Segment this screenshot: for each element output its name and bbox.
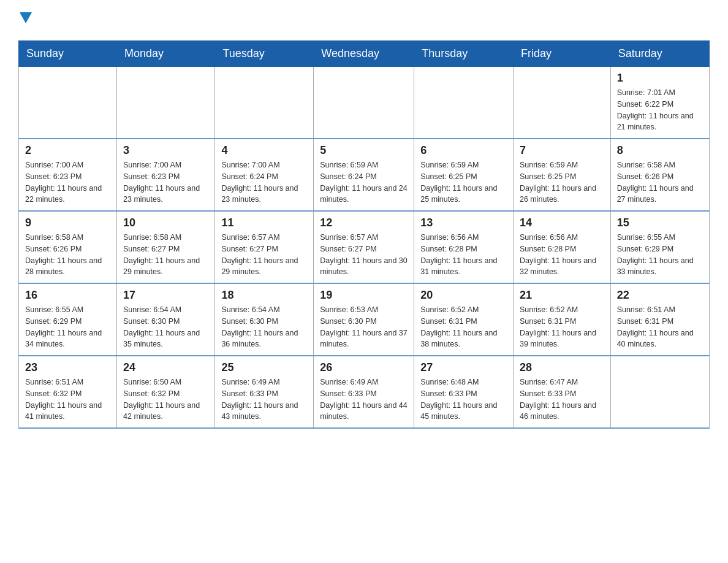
calendar-week-row: 2Sunrise: 7:00 AMSunset: 6:23 PMDaylight…	[19, 139, 710, 211]
calendar-day-cell: 6Sunrise: 6:59 AMSunset: 6:25 PMDaylight…	[414, 139, 514, 211]
day-info: Sunrise: 6:47 AMSunset: 6:33 PMDaylight:…	[520, 377, 604, 423]
logo	[18, 12, 32, 28]
day-number: 21	[520, 289, 604, 302]
calendar-day-cell: 16Sunrise: 6:55 AMSunset: 6:29 PMDayligh…	[19, 283, 117, 356]
day-number: 4	[221, 144, 307, 157]
day-number: 19	[320, 289, 408, 302]
calendar-week-row: 9Sunrise: 6:58 AMSunset: 6:26 PMDaylight…	[19, 211, 710, 283]
day-number: 26	[320, 361, 408, 374]
day-number: 8	[617, 144, 703, 157]
calendar-day-cell: 4Sunrise: 7:00 AMSunset: 6:24 PMDaylight…	[215, 139, 314, 211]
calendar-day-cell: 22Sunrise: 6:51 AMSunset: 6:31 PMDayligh…	[610, 283, 709, 356]
calendar-day-cell	[414, 67, 514, 139]
calendar-day-cell: 9Sunrise: 6:58 AMSunset: 6:26 PMDaylight…	[19, 211, 117, 283]
day-number: 3	[123, 144, 208, 157]
calendar-day-cell: 25Sunrise: 6:49 AMSunset: 6:33 PMDayligh…	[215, 356, 314, 428]
day-info: Sunrise: 7:00 AMSunset: 6:24 PMDaylight:…	[221, 159, 307, 205]
day-info: Sunrise: 6:49 AMSunset: 6:33 PMDaylight:…	[320, 377, 408, 423]
calendar-day-cell: 1Sunrise: 7:01 AMSunset: 6:22 PMDaylight…	[610, 67, 709, 139]
day-info: Sunrise: 6:54 AMSunset: 6:30 PMDaylight:…	[123, 304, 208, 350]
calendar-week-row: 23Sunrise: 6:51 AMSunset: 6:32 PMDayligh…	[19, 356, 710, 428]
calendar-week-row: 16Sunrise: 6:55 AMSunset: 6:29 PMDayligh…	[19, 283, 710, 356]
calendar-day-cell: 2Sunrise: 7:00 AMSunset: 6:23 PMDaylight…	[19, 139, 117, 211]
day-number: 23	[25, 361, 110, 374]
day-info: Sunrise: 6:49 AMSunset: 6:33 PMDaylight:…	[221, 377, 307, 423]
calendar-header: SundayMondayTuesdayWednesdayThursdayFrid…	[19, 41, 710, 67]
day-info: Sunrise: 6:55 AMSunset: 6:29 PMDaylight:…	[617, 232, 703, 278]
calendar-day-cell: 7Sunrise: 6:59 AMSunset: 6:25 PMDaylight…	[513, 139, 610, 211]
day-number: 6	[420, 144, 507, 157]
day-number: 18	[221, 289, 307, 302]
day-number: 15	[617, 216, 703, 229]
day-info: Sunrise: 6:59 AMSunset: 6:25 PMDaylight:…	[520, 159, 604, 205]
day-number: 9	[25, 216, 110, 229]
calendar-table: SundayMondayTuesdayWednesdayThursdayFrid…	[18, 40, 710, 429]
day-info: Sunrise: 6:57 AMSunset: 6:27 PMDaylight:…	[221, 232, 307, 278]
calendar-day-cell: 15Sunrise: 6:55 AMSunset: 6:29 PMDayligh…	[610, 211, 709, 283]
day-info: Sunrise: 6:51 AMSunset: 6:31 PMDaylight:…	[617, 304, 703, 350]
calendar-day-cell	[19, 67, 117, 139]
header-row: SundayMondayTuesdayWednesdayThursdayFrid…	[19, 41, 710, 67]
day-of-week-header: Saturday	[610, 41, 709, 67]
day-info: Sunrise: 6:58 AMSunset: 6:26 PMDaylight:…	[617, 159, 703, 205]
calendar-day-cell: 14Sunrise: 6:56 AMSunset: 6:28 PMDayligh…	[513, 211, 610, 283]
day-number: 17	[123, 289, 208, 302]
calendar-day-cell: 5Sunrise: 6:59 AMSunset: 6:24 PMDaylight…	[314, 139, 414, 211]
day-number: 13	[420, 216, 507, 229]
calendar-day-cell: 3Sunrise: 7:00 AMSunset: 6:23 PMDaylight…	[117, 139, 215, 211]
day-info: Sunrise: 6:59 AMSunset: 6:24 PMDaylight:…	[320, 159, 408, 205]
calendar-day-cell: 18Sunrise: 6:54 AMSunset: 6:30 PMDayligh…	[215, 283, 314, 356]
day-of-week-header: Friday	[513, 41, 610, 67]
day-info: Sunrise: 6:52 AMSunset: 6:31 PMDaylight:…	[520, 304, 604, 350]
day-info: Sunrise: 6:56 AMSunset: 6:28 PMDaylight:…	[520, 232, 604, 278]
calendar-week-row: 1Sunrise: 7:01 AMSunset: 6:22 PMDaylight…	[19, 67, 710, 139]
calendar-day-cell: 8Sunrise: 6:58 AMSunset: 6:26 PMDaylight…	[610, 139, 709, 211]
day-number: 22	[617, 289, 703, 302]
calendar-day-cell: 21Sunrise: 6:52 AMSunset: 6:31 PMDayligh…	[513, 283, 610, 356]
day-of-week-header: Sunday	[19, 41, 117, 67]
day-info: Sunrise: 7:00 AMSunset: 6:23 PMDaylight:…	[123, 159, 208, 205]
day-of-week-header: Thursday	[414, 41, 514, 67]
day-number: 28	[520, 361, 604, 374]
day-number: 27	[420, 361, 507, 374]
day-info: Sunrise: 6:52 AMSunset: 6:31 PMDaylight:…	[420, 304, 507, 350]
page-header	[18, 12, 710, 28]
calendar-day-cell: 13Sunrise: 6:56 AMSunset: 6:28 PMDayligh…	[414, 211, 514, 283]
day-info: Sunrise: 7:01 AMSunset: 6:22 PMDaylight:…	[617, 87, 703, 133]
calendar-day-cell: 27Sunrise: 6:48 AMSunset: 6:33 PMDayligh…	[414, 356, 514, 428]
calendar-day-cell	[513, 67, 610, 139]
calendar-day-cell: 24Sunrise: 6:50 AMSunset: 6:32 PMDayligh…	[117, 356, 215, 428]
day-number: 14	[520, 216, 604, 229]
calendar-day-cell: 19Sunrise: 6:53 AMSunset: 6:30 PMDayligh…	[314, 283, 414, 356]
day-number: 10	[123, 216, 208, 229]
day-number: 12	[320, 216, 408, 229]
day-info: Sunrise: 6:58 AMSunset: 6:26 PMDaylight:…	[25, 232, 110, 278]
calendar-day-cell: 20Sunrise: 6:52 AMSunset: 6:31 PMDayligh…	[414, 283, 514, 356]
calendar-day-cell	[117, 67, 215, 139]
day-of-week-header: Monday	[117, 41, 215, 67]
calendar-day-cell: 12Sunrise: 6:57 AMSunset: 6:27 PMDayligh…	[314, 211, 414, 283]
day-of-week-header: Tuesday	[215, 41, 314, 67]
day-info: Sunrise: 6:54 AMSunset: 6:30 PMDaylight:…	[221, 304, 307, 350]
calendar-day-cell	[610, 356, 709, 428]
calendar-day-cell: 10Sunrise: 6:58 AMSunset: 6:27 PMDayligh…	[117, 211, 215, 283]
day-info: Sunrise: 6:50 AMSunset: 6:32 PMDaylight:…	[123, 377, 208, 423]
logo-triangle-icon	[20, 12, 32, 23]
calendar-day-cell: 17Sunrise: 6:54 AMSunset: 6:30 PMDayligh…	[117, 283, 215, 356]
day-number: 5	[320, 144, 408, 157]
day-info: Sunrise: 6:58 AMSunset: 6:27 PMDaylight:…	[123, 232, 208, 278]
day-number: 7	[520, 144, 604, 157]
calendar-day-cell: 26Sunrise: 6:49 AMSunset: 6:33 PMDayligh…	[314, 356, 414, 428]
day-info: Sunrise: 6:59 AMSunset: 6:25 PMDaylight:…	[420, 159, 507, 205]
calendar-day-cell: 28Sunrise: 6:47 AMSunset: 6:33 PMDayligh…	[513, 356, 610, 428]
calendar-day-cell: 23Sunrise: 6:51 AMSunset: 6:32 PMDayligh…	[19, 356, 117, 428]
day-info: Sunrise: 6:55 AMSunset: 6:29 PMDaylight:…	[25, 304, 110, 350]
day-info: Sunrise: 6:57 AMSunset: 6:27 PMDaylight:…	[320, 232, 408, 278]
day-number: 24	[123, 361, 208, 374]
calendar-body: 1Sunrise: 7:01 AMSunset: 6:22 PMDaylight…	[19, 67, 710, 429]
day-info: Sunrise: 6:53 AMSunset: 6:30 PMDaylight:…	[320, 304, 408, 350]
day-number: 16	[25, 289, 110, 302]
day-info: Sunrise: 7:00 AMSunset: 6:23 PMDaylight:…	[25, 159, 110, 205]
day-of-week-header: Wednesday	[314, 41, 414, 67]
day-number: 25	[221, 361, 307, 374]
